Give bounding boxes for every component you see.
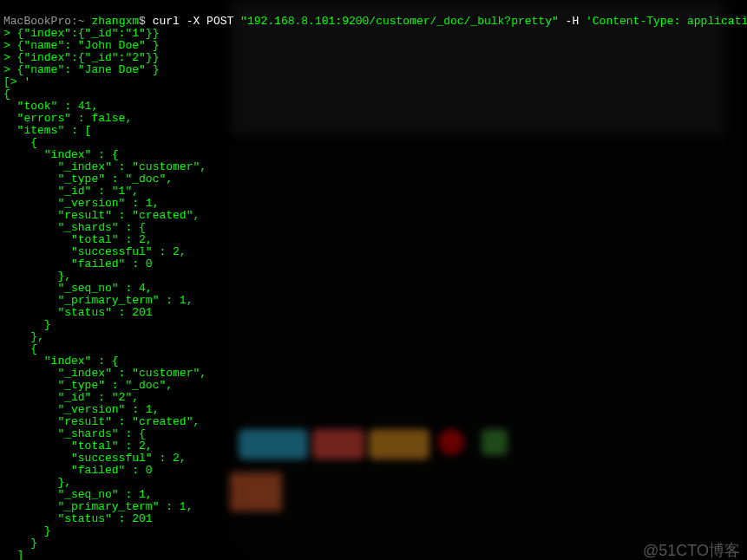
json-response-line: "errors" : false, — [3, 112, 132, 125]
json-response-line: "index" : { — [3, 355, 119, 368]
json-response-line: "_id" : "1", — [3, 185, 139, 198]
json-response-line: { — [3, 342, 37, 355]
terminal-user: zhangxm — [91, 15, 139, 28]
json-response-line: } — [3, 524, 51, 537]
json-response-line: "_type" : "_doc", — [3, 173, 173, 186]
curl-url: "192.168.8.101:9200/customer/_doc/_bulk?… — [240, 15, 559, 28]
json-response-line: "failed" : 0 — [3, 257, 153, 270]
json-response-line: "result" : "created", — [3, 209, 200, 222]
watermark-text: @51CTO博客 — [643, 544, 740, 557]
terminal-host: MacBookPro — [3, 15, 71, 28]
json-response-line: "failed" : 0 — [3, 464, 153, 477]
json-response-line: "successful" : 2, — [3, 245, 187, 258]
input-line: > {"index":{"_id":"2"}} — [3, 51, 159, 64]
json-response-line: "_type" : "_doc", — [3, 379, 173, 392]
input-line: > {"name": "John Doe" } — [3, 39, 159, 52]
json-response-line: "_seq_no" : 1, — [3, 488, 153, 501]
json-response-line: "index" : { — [3, 148, 119, 161]
json-response-line: }, — [3, 330, 44, 343]
terminal-output: MacBookPro:~ zhangxm$ curl -X POST "192.… — [0, 0, 747, 560]
json-response-line: "_index" : "customer", — [3, 160, 206, 173]
json-response-line: }, — [3, 270, 71, 283]
json-response-line: ] — [3, 549, 23, 560]
json-response-line: "_primary_term" : 1, — [3, 500, 193, 513]
curl-header: 'Content-Type: application/json' — [586, 15, 747, 28]
json-response-line: "_id" : "2", — [3, 391, 139, 404]
input-line: > {"index":{"_id":"1"}} — [3, 27, 159, 40]
json-response-line: "_version" : 1, — [3, 403, 159, 416]
json-response-line: "result" : "created", — [3, 415, 200, 428]
json-response-line: { — [3, 136, 37, 149]
json-response-line: "total" : 2, — [3, 233, 153, 246]
json-response-line: "_version" : 1, — [3, 197, 159, 210]
input-line: [> ' — [3, 75, 30, 88]
json-response-line: "_index" : "customer", — [3, 367, 206, 380]
json-response-line: } — [3, 318, 51, 331]
terminal-path: ~ — [78, 15, 85, 28]
json-response-line: "total" : 2, — [3, 440, 153, 453]
json-response-line: "_shards" : { — [3, 427, 146, 440]
json-response-line: "status" : 201 — [3, 306, 153, 319]
json-response-line: }, — [3, 476, 71, 489]
json-response-line: "_shards" : { — [3, 221, 146, 234]
json-response-line: "_primary_term" : 1, — [3, 294, 193, 307]
json-response-line: { — [3, 88, 10, 101]
json-response-line: "successful" : 2, — [3, 452, 187, 465]
json-response-line: "status" : 201 — [3, 512, 153, 525]
curl-command-prefix: curl -X POST — [153, 15, 240, 28]
json-response-line: "_seq_no" : 4, — [3, 282, 153, 295]
terminal-dollar: $ — [139, 15, 146, 28]
curl-flag-h: -H — [559, 15, 586, 28]
json-response-line: "items" : [ — [3, 124, 91, 137]
input-line: > {"name": "Jane Doe" } — [3, 63, 159, 76]
json-response-line: } — [3, 537, 37, 550]
json-response-line: "took" : 41, — [3, 100, 98, 113]
